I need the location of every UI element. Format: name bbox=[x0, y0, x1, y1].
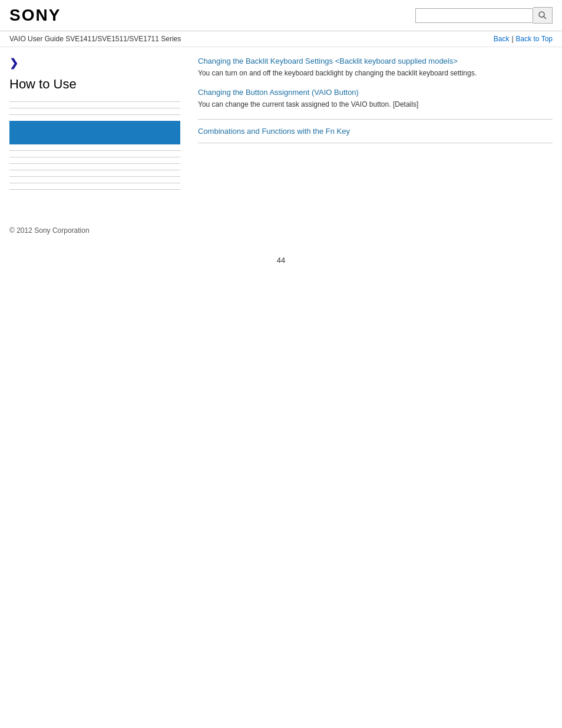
sidebar-divider-4 bbox=[9, 150, 180, 151]
sidebar-divider-5 bbox=[9, 157, 180, 157]
main-content: ❯ How to Use Changing the Backlit Keyboa… bbox=[0, 47, 562, 205]
search-input[interactable] bbox=[415, 8, 533, 23]
search-icon bbox=[538, 11, 547, 20]
sidebar-dividers bbox=[9, 150, 180, 190]
sidebar-divider-7 bbox=[9, 170, 180, 170]
sidebar-divider-1 bbox=[9, 101, 180, 102]
chevron-icon: ❯ bbox=[9, 57, 180, 70]
link-fn-key[interactable]: Combinations and Functions with the Fn K… bbox=[198, 127, 553, 136]
nav-separator: | bbox=[511, 35, 513, 43]
page-number: 44 bbox=[0, 244, 562, 276]
sidebar-divider-3 bbox=[9, 114, 180, 115]
desc-vaio-button: You can change the current task assigned… bbox=[198, 99, 553, 110]
content-divider bbox=[198, 119, 553, 120]
svg-point-0 bbox=[539, 12, 544, 17]
section-title: How to Use bbox=[9, 77, 180, 92]
sidebar-highlight bbox=[9, 121, 180, 144]
desc-backlit-keyboard: You can turn on and off the keyboard bac… bbox=[198, 68, 553, 78]
sidebar-divider-8 bbox=[9, 176, 180, 177]
nav-title: VAIO User Guide SVE1411/SVE1511/SVE1711 … bbox=[9, 35, 181, 43]
svg-line-1 bbox=[544, 17, 546, 19]
nav-links: Back | Back to Top bbox=[494, 35, 553, 43]
sidebar-divider-9 bbox=[9, 183, 180, 183]
back-link[interactable]: Back bbox=[494, 35, 510, 43]
content-divider-2 bbox=[198, 143, 553, 143]
nav-bar: VAIO User Guide SVE1411/SVE1511/SVE1711 … bbox=[0, 31, 562, 47]
sidebar-divider-10 bbox=[9, 189, 180, 190]
sidebar: ❯ How to Use bbox=[9, 57, 192, 196]
header: SONY bbox=[0, 0, 562, 31]
footer: © 2012 Sony Corporation bbox=[0, 217, 562, 244]
copyright-text: © 2012 Sony Corporation bbox=[9, 226, 90, 235]
sidebar-divider-2 bbox=[9, 108, 180, 108]
link-backlit-keyboard[interactable]: Changing the Backlit Keyboard Settings <… bbox=[198, 57, 553, 65]
content-area: Changing the Backlit Keyboard Settings <… bbox=[192, 57, 553, 196]
search-area bbox=[415, 7, 553, 24]
sidebar-divider-6 bbox=[9, 163, 180, 164]
back-to-top-link[interactable]: Back to Top bbox=[516, 35, 553, 43]
link-vaio-button[interactable]: Changing the Button Assignment (VAIO But… bbox=[198, 88, 553, 97]
search-button[interactable] bbox=[533, 7, 553, 24]
sony-logo: SONY bbox=[9, 6, 61, 25]
